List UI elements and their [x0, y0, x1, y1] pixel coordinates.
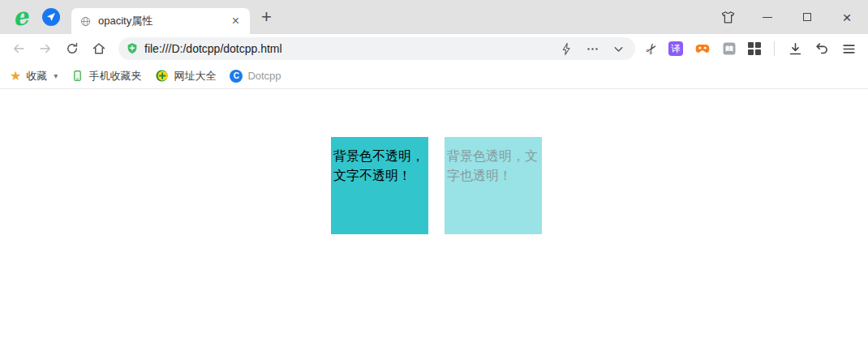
bookmark-mobile-favorites[interactable]: 手机收藏夹 [71, 69, 141, 83]
url-text: file:///D:/dotcpp/dotcpp.html [144, 42, 282, 55]
download-icon[interactable] [788, 41, 803, 57]
back-button[interactable] [11, 41, 26, 56]
grid-square [755, 49, 761, 55]
reading-mode-book-icon[interactable] [722, 41, 737, 56]
page-content: 背景色不透明，文字不透明！ 背景色透明，文字也透明！ [0, 89, 868, 354]
home-button[interactable] [92, 41, 106, 56]
send-navigation-icon[interactable] [42, 8, 60, 26]
tab-title: opacity属性 [98, 14, 230, 28]
opaque-box: 背景色不透明，文字不透明！ [331, 137, 428, 234]
reload-icon [65, 41, 79, 56]
bookmark-label: 手机收藏夹 [88, 69, 141, 83]
translate-icon[interactable]: 译 [668, 41, 683, 56]
extensions-toolbar: ✂ 译 [646, 41, 857, 57]
tab-close-button[interactable]: × [230, 15, 242, 28]
paper-plane-icon [46, 12, 56, 22]
apps-grid-icon[interactable] [748, 42, 761, 55]
back-arrow-icon [11, 41, 26, 56]
maximize-button[interactable] [799, 9, 815, 25]
transparent-box: 背景色透明，文字也透明！ [445, 137, 542, 234]
home-icon [92, 41, 106, 56]
caret-down-icon[interactable]: ▾ [54, 71, 58, 80]
forward-arrow-icon [38, 41, 53, 56]
tshirt-icon [720, 10, 736, 25]
mobile-phone-icon [71, 70, 84, 82]
address-input[interactable]: file:///D:/dotcpp/dotcpp.html [118, 37, 635, 60]
dotcpp-favicon: C [230, 70, 243, 83]
bookmark-label: 收藏 [26, 69, 47, 83]
reload-button[interactable] [65, 41, 79, 56]
chevron-down-icon[interactable] [612, 42, 625, 56]
lightning-icon[interactable] [560, 42, 574, 56]
close-icon: × [842, 10, 851, 25]
grid-square [748, 42, 754, 48]
new-tab-button[interactable]: + [261, 8, 272, 26]
star-icon: ★ [10, 70, 21, 83]
titlebar: e opacity属性 × + × [0, 0, 868, 34]
address-bar: file:///D:/dotcpp/dotcpp.html ✂ 译 [0, 34, 868, 63]
window-close-button[interactable]: × [839, 9, 855, 25]
screenshot-scissors-icon[interactable]: ✂ [642, 39, 662, 58]
window-controls: × [720, 9, 868, 25]
opacity-demo-row: 背景色不透明，文字不透明！ 背景色透明，文字也透明！ [331, 137, 542, 234]
skin-theme-button[interactable] [720, 9, 736, 25]
globe-icon [79, 15, 92, 28]
bookmarks-bar: ★ 收藏 ▾ 手机收藏夹 网址大全 C Dotcpp [0, 63, 868, 89]
grid-square [755, 42, 761, 48]
browser-tab[interactable]: opacity属性 × [71, 8, 250, 34]
bookmark-dotcpp[interactable]: C Dotcpp [230, 70, 281, 83]
ellipsis-icon[interactable] [586, 42, 599, 56]
browser-logo-icon[interactable]: e [6, 3, 34, 31]
url-box-actions [560, 42, 625, 56]
undo-icon[interactable] [814, 41, 830, 57]
menu-hamburger-icon[interactable] [841, 41, 857, 57]
minimize-icon [763, 17, 772, 18]
site-directory-icon [155, 69, 169, 83]
bookmark-label: 网址大全 [174, 69, 216, 83]
grid-square [748, 49, 754, 55]
gamepad-icon[interactable] [694, 41, 711, 57]
forward-button[interactable] [38, 41, 53, 56]
maximize-icon [803, 13, 811, 21]
bookmark-site-directory[interactable]: 网址大全 [155, 69, 216, 83]
toolbar-separator [774, 41, 775, 56]
bookmark-favorites[interactable]: ★ 收藏 ▾ [10, 69, 58, 83]
bookmark-label: Dotcpp [247, 70, 281, 82]
security-shield-icon[interactable] [126, 42, 139, 55]
minimize-button[interactable] [759, 9, 776, 25]
